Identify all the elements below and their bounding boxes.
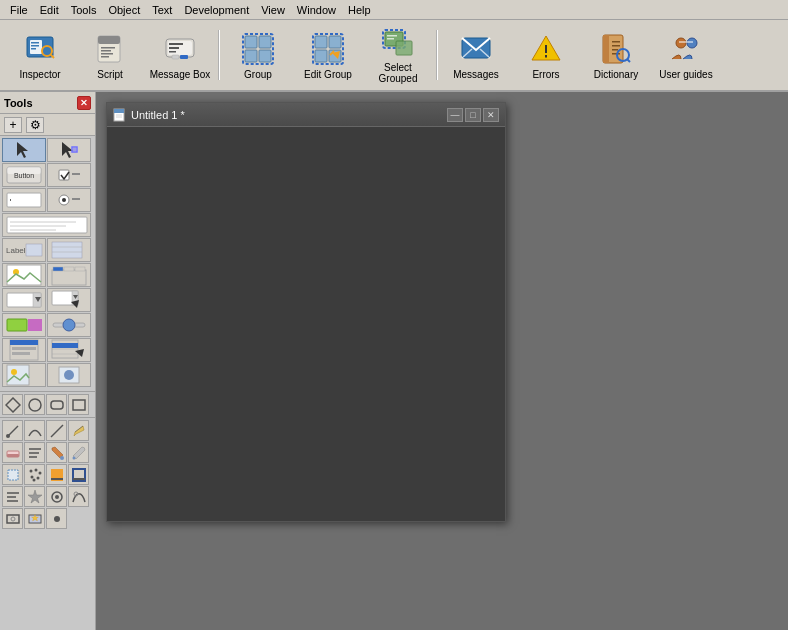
inspector-button[interactable]: Inspector xyxy=(6,23,74,87)
svg-rect-80 xyxy=(53,267,63,271)
list-tool[interactable] xyxy=(47,238,91,262)
rect-shape-tool[interactable] xyxy=(68,394,89,415)
pen-b-tool[interactable] xyxy=(46,486,67,507)
dictionary-button[interactable]: Dictionary xyxy=(582,23,650,87)
tool-grid: Button xyxy=(0,136,95,389)
dictionary-icon xyxy=(598,31,634,67)
tools-close-button[interactable]: ✕ xyxy=(77,96,91,110)
edit-group-button[interactable]: Edit Group xyxy=(294,23,362,87)
svg-line-6 xyxy=(51,55,54,58)
rect-b-tool[interactable] xyxy=(2,508,23,529)
pencil-tool[interactable] xyxy=(68,420,89,441)
document-minimize-button[interactable]: — xyxy=(447,108,463,122)
button-tool[interactable]: Button xyxy=(2,163,46,187)
menu-development[interactable]: Development xyxy=(178,2,255,18)
svg-rect-82 xyxy=(75,267,85,271)
document-canvas[interactable] xyxy=(107,127,505,521)
svg-rect-25 xyxy=(315,36,327,48)
toolbar: Inspector Script xyxy=(0,20,788,92)
image-tool[interactable] xyxy=(2,263,46,287)
menu-object[interactable]: Object xyxy=(102,2,146,18)
combobox-tool[interactable] xyxy=(2,288,46,312)
eraser-tool[interactable] xyxy=(2,442,23,463)
svg-rect-146 xyxy=(114,109,124,113)
svg-rect-3 xyxy=(31,45,39,47)
document-maximize-button[interactable]: □ xyxy=(465,108,481,122)
stroke-color-tool[interactable] xyxy=(68,464,89,485)
circle-shape-tool[interactable] xyxy=(24,394,45,415)
svg-rect-110 xyxy=(73,400,85,410)
listbox-cursor-tool[interactable] xyxy=(47,338,91,362)
text-lines-tool[interactable] xyxy=(2,486,23,507)
svg-rect-67 xyxy=(72,198,80,200)
inspector-icon xyxy=(22,31,58,67)
square-region-tool[interactable] xyxy=(2,464,23,485)
message-box-button[interactable]: Message Box xyxy=(146,23,214,87)
icon-tool[interactable] xyxy=(47,363,91,387)
document-close-button[interactable]: ✕ xyxy=(483,108,499,122)
canvas-area[interactable]: Untitled 1 * — □ ✕ xyxy=(96,92,788,630)
picture-tool[interactable] xyxy=(2,363,46,387)
tool-row-6 xyxy=(2,263,93,287)
dictionary-label: Dictionary xyxy=(594,69,638,80)
curve-b-tool[interactable] xyxy=(68,486,89,507)
textfield-tool[interactable] xyxy=(2,188,46,212)
svg-rect-116 xyxy=(7,454,19,457)
menu-window[interactable]: Window xyxy=(291,2,342,18)
fill-color-tool[interactable] xyxy=(46,464,67,485)
move-tool[interactable] xyxy=(47,138,91,162)
document-window: Untitled 1 * — □ ✕ xyxy=(106,102,506,522)
label-tool[interactable]: Label: xyxy=(2,238,46,262)
scroll-tool[interactable] xyxy=(2,338,46,362)
cursor-combobox-tool[interactable] xyxy=(47,288,91,312)
diamond-shape-tool[interactable] xyxy=(2,394,23,415)
svg-rect-26 xyxy=(329,36,341,48)
menu-edit[interactable]: Edit xyxy=(34,2,65,18)
messages-label: Messages xyxy=(453,69,499,80)
checkbox-tool[interactable] xyxy=(47,163,91,187)
color-tool[interactable] xyxy=(2,313,46,337)
paint-tool[interactable] xyxy=(46,442,67,463)
menu-tools[interactable]: Tools xyxy=(65,2,103,18)
svg-point-104 xyxy=(11,369,17,375)
pointer-tool[interactable] xyxy=(2,138,46,162)
eyedropper-tool[interactable] xyxy=(68,442,89,463)
star-tool[interactable] xyxy=(24,486,45,507)
user-guides-button[interactable]: User guides xyxy=(652,23,720,87)
menu-file[interactable]: File xyxy=(4,2,34,18)
radio-tool[interactable] xyxy=(47,188,91,212)
point-tool[interactable] xyxy=(46,508,67,529)
fill-b-tool[interactable] xyxy=(24,508,45,529)
tab-tool[interactable] xyxy=(47,263,91,287)
svg-rect-99 xyxy=(52,343,78,348)
svg-rect-77 xyxy=(7,265,41,285)
edit-group-label: Edit Group xyxy=(304,69,352,80)
menu-help[interactable]: Help xyxy=(342,2,377,18)
svg-rect-45 xyxy=(612,41,620,43)
svg-rect-63 xyxy=(7,193,41,207)
curve-tool[interactable] xyxy=(24,420,45,441)
svg-point-108 xyxy=(29,399,41,411)
script-button[interactable]: Script xyxy=(76,23,144,87)
tool-row-7 xyxy=(2,288,93,312)
line-tool[interactable] xyxy=(46,420,67,441)
tool-row-9 xyxy=(2,338,93,362)
rounded-rect-shape-tool[interactable] xyxy=(46,394,67,415)
pen-tool[interactable] xyxy=(2,420,23,441)
errors-button[interactable]: Errors xyxy=(512,23,580,87)
document-title: Untitled 1 * xyxy=(131,109,445,121)
menu-text[interactable]: Text xyxy=(146,2,178,18)
textarea-tool[interactable] xyxy=(2,213,91,237)
track-tool[interactable] xyxy=(47,313,91,337)
tools-add-button[interactable]: + xyxy=(4,117,22,133)
svg-rect-96 xyxy=(12,347,36,350)
select-grouped-button[interactable]: Select Grouped xyxy=(364,23,432,87)
text-list-tool[interactable] xyxy=(24,442,45,463)
messages-button[interactable]: Messages xyxy=(442,23,510,87)
group-button[interactable]: Group xyxy=(224,23,292,87)
svg-rect-34 xyxy=(396,41,412,55)
tools-settings-button[interactable]: ⚙ xyxy=(26,117,44,133)
svg-rect-27 xyxy=(315,50,327,62)
scatter-tool[interactable] xyxy=(24,464,45,485)
menu-view[interactable]: View xyxy=(255,2,291,18)
